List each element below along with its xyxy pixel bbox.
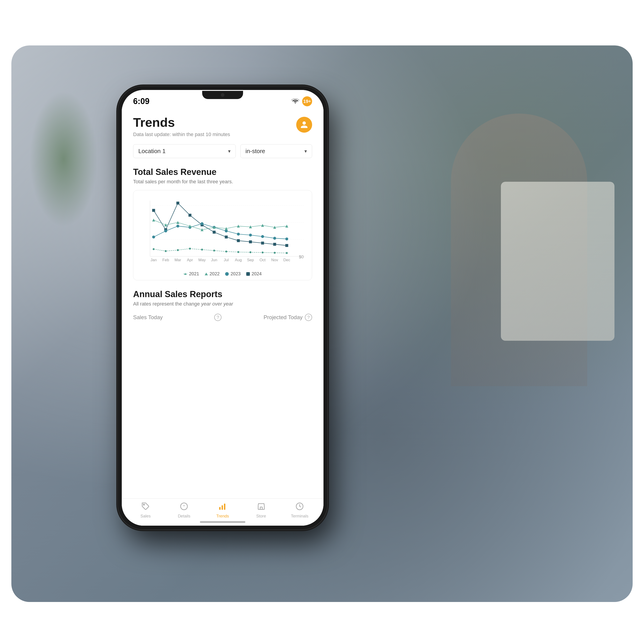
- svg-text:Aug: Aug: [235, 258, 242, 262]
- svg-point-42: [153, 248, 155, 250]
- phone-notch: [202, 91, 243, 99]
- terminals-nav-icon: [296, 502, 304, 512]
- app-header: Trends Data last update: within the past…: [122, 108, 323, 142]
- legend-2023: 2023: [225, 271, 241, 276]
- trends-nav-label: Trends: [216, 514, 229, 519]
- phone-camera: [221, 93, 224, 97]
- home-indicator: [200, 521, 245, 523]
- svg-text:May: May: [198, 258, 206, 262]
- col-sales-today-label: Sales Today: [133, 314, 212, 321]
- svg-text:Oct: Oct: [260, 258, 266, 262]
- svg-point-49: [237, 251, 239, 253]
- svg-point-31: [164, 229, 167, 232]
- svg-point-50: [249, 251, 251, 253]
- svg-point-38: [249, 234, 252, 236]
- location-filter[interactable]: Location 1 ▾: [133, 144, 236, 158]
- user-avatar[interactable]: [296, 117, 312, 133]
- header-left: Trends Data last update: within the past…: [133, 115, 230, 137]
- svg-point-45: [189, 248, 191, 250]
- nav-item-details[interactable]: Details: [165, 502, 204, 519]
- svg-marker-57: [189, 225, 191, 228]
- bg-monitor: [501, 182, 614, 341]
- svg-rect-71: [221, 505, 223, 510]
- svg-rect-24: [225, 236, 228, 239]
- data-update-text: Data last update: within the past 10 min…: [133, 132, 230, 137]
- svg-text:Sep: Sep: [247, 258, 254, 262]
- notification-badge: 19+: [302, 96, 312, 106]
- page-title: Trends: [133, 115, 230, 130]
- chart-title: Total Sales Revenue: [133, 167, 312, 177]
- svg-point-39: [261, 235, 264, 238]
- phone-screen: 6:09 19+: [122, 90, 323, 526]
- svg-point-30: [152, 236, 155, 239]
- nav-item-terminals[interactable]: Terminals: [280, 502, 319, 519]
- location-filter-label: Location 1: [138, 148, 166, 155]
- scene: 6:09 19+: [0, 0, 644, 644]
- annual-title: Annual Sales Reports: [133, 289, 312, 299]
- phone: 6:09 19+: [118, 86, 327, 529]
- svg-text:Nov: Nov: [271, 258, 278, 262]
- svg-rect-25: [237, 239, 240, 242]
- svg-rect-27: [261, 242, 264, 245]
- svg-rect-20: [176, 202, 179, 205]
- svg-point-52: [274, 252, 276, 254]
- filters-row: Location 1 ▾ in-store ▾: [122, 142, 323, 163]
- svg-rect-70: [219, 507, 221, 510]
- status-icons: 19+: [291, 96, 312, 106]
- svg-rect-18: [152, 209, 155, 212]
- nav-item-store[interactable]: Store: [242, 502, 281, 519]
- legend-2022: 2022: [205, 271, 220, 276]
- svg-rect-21: [189, 214, 191, 217]
- projected-help-icon[interactable]: ?: [305, 314, 312, 321]
- svg-point-32: [176, 225, 179, 228]
- svg-text:Jan: Jan: [151, 258, 157, 262]
- bg-plant: [30, 91, 98, 227]
- chart-svg: $0 Jan Feb Mar Apr May Jun Jul Aug: [138, 196, 307, 269]
- svg-marker-56: [176, 221, 179, 224]
- svg-rect-72: [224, 504, 225, 510]
- svg-point-43: [165, 250, 167, 252]
- details-nav-icon: [180, 502, 188, 512]
- svg-text:Dec: Dec: [283, 258, 290, 262]
- chart-subtitle: Total sales per month for the last three…: [133, 179, 312, 185]
- type-chevron-icon: ▾: [304, 148, 307, 154]
- location-chevron-icon: ▾: [228, 148, 231, 154]
- svg-marker-55: [164, 224, 167, 226]
- svg-rect-28: [273, 243, 276, 246]
- svg-rect-23: [213, 231, 216, 234]
- spacer: [122, 321, 323, 330]
- svg-point-44: [177, 249, 179, 251]
- svg-point-66: [143, 504, 144, 505]
- wifi-icon: [291, 97, 299, 105]
- app-content[interactable]: Trends Data last update: within the past…: [122, 108, 323, 498]
- col-projected-label: Projected Today: [224, 314, 303, 321]
- svg-text:Mar: Mar: [174, 258, 181, 262]
- svg-rect-26: [249, 240, 252, 243]
- svg-text:Feb: Feb: [162, 258, 169, 262]
- svg-point-51: [262, 251, 264, 254]
- type-filter[interactable]: in-store ▾: [240, 144, 312, 158]
- terminals-nav-label: Terminals: [291, 514, 308, 519]
- trends-nav-icon: [219, 502, 227, 512]
- svg-point-41: [285, 237, 288, 240]
- legend-2024: 2024: [246, 271, 262, 276]
- nav-item-trends[interactable]: Trends: [203, 502, 242, 519]
- details-nav-label: Details: [178, 514, 190, 519]
- svg-point-37: [237, 233, 240, 236]
- svg-text:Jun: Jun: [211, 258, 217, 262]
- svg-point-40: [273, 237, 276, 240]
- svg-point-47: [213, 250, 215, 252]
- svg-point-46: [201, 249, 203, 251]
- chart-section: Total Sales Revenue Total sales per mont…: [122, 163, 323, 285]
- sales-today-help-icon[interactable]: ?: [214, 314, 221, 321]
- chart-area: $0 Jan Feb Mar Apr May Jun Jul Aug: [138, 196, 307, 269]
- svg-text:$0: $0: [299, 254, 304, 259]
- svg-point-48: [225, 251, 227, 253]
- svg-marker-58: [201, 228, 204, 231]
- chart-container: $0 Jan Feb Mar Apr May Jun Jul Aug: [133, 190, 312, 280]
- svg-text:Apr: Apr: [187, 258, 193, 262]
- nav-item-sales[interactable]: Sales: [126, 502, 165, 519]
- store-nav-label: Store: [256, 514, 266, 519]
- svg-rect-29: [285, 244, 288, 247]
- type-filter-label: in-store: [246, 148, 265, 155]
